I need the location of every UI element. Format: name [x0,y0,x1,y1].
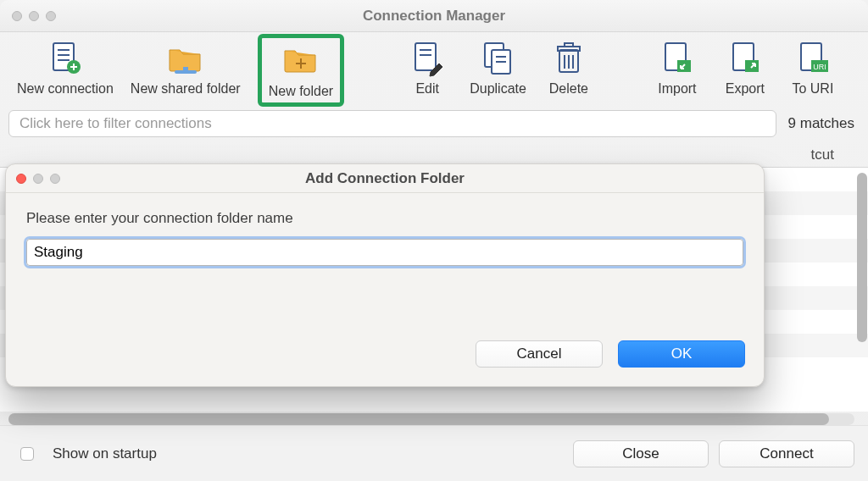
toolbar: New connection New shared folder [0,32,868,110]
document-edit-icon [408,39,447,78]
toolbar-label: New folder [269,84,333,99]
new-folder-button[interactable]: New folder [258,34,344,107]
button-label: Cancel [517,346,562,362]
show-on-startup-label: Show on startup [53,445,157,462]
trash-icon [549,39,588,78]
close-window-icon[interactable] [12,11,22,21]
window-controls [0,11,56,21]
zoom-window-icon[interactable] [46,11,56,21]
footer: Show on startup Close Connect [0,425,868,481]
ok-button[interactable]: OK [618,340,745,368]
column-header-shortcut[interactable]: tcut [811,147,834,163]
horizontal-scrollbar[interactable] [8,413,854,425]
toolbar-label: Import [658,81,696,97]
vertical-scrollbar[interactable] [857,173,867,342]
toolbar-label: Edit [415,81,439,97]
svg-rect-20 [565,43,573,47]
new-shared-folder-button[interactable]: New shared folder [131,39,241,107]
show-on-startup-checkbox[interactable] [20,447,34,461]
cancel-button[interactable]: Cancel [476,340,603,368]
import-button[interactable]: Import [652,39,703,97]
add-folder-dialog: Add Connection Folder Please enter your … [5,163,765,387]
scrollbar-thumb[interactable] [8,413,829,425]
dialog-title: Add Connection Folder [6,170,764,187]
toolbar-label: New connection [17,81,114,97]
connect-button[interactable]: Connect [719,440,854,467]
filter-input[interactable] [8,110,776,137]
connection-manager-window: Connection Manager New connection [0,0,868,481]
dialog-footer: Cancel OK [6,329,764,386]
export-icon [726,39,765,78]
toolbar-label: Duplicate [470,81,526,97]
window-title: Connection Manager [0,8,868,25]
toolbar-label: Delete [549,81,588,97]
minimize-window-icon[interactable] [29,11,39,21]
delete-button[interactable]: Delete [543,39,594,97]
toolbar-label: New shared folder [131,81,241,97]
uri-icon: URI [793,39,832,78]
svg-rect-8 [183,67,188,72]
toolbar-label: Export [726,81,765,97]
export-button[interactable]: Export [720,39,771,97]
shared-folder-icon [166,39,205,78]
new-connection-button[interactable]: New connection [17,39,114,107]
button-label: OK [671,346,693,362]
to-uri-button[interactable]: URI To URI [787,39,838,97]
dialog-body: Please enter your connection folder name [6,193,764,329]
svg-text:URI: URI [813,63,826,71]
button-label: Connect [760,445,813,462]
dialog-titlebar: Add Connection Folder [6,164,764,193]
dialog-prompt: Please enter your connection folder name [26,210,743,227]
duplicate-button[interactable]: Duplicate [470,39,526,97]
filter-row: 9 matches [0,110,868,142]
toolbar-label: To URI [792,81,833,97]
titlebar: Connection Manager [0,0,868,32]
duplicate-icon [479,39,518,78]
document-plus-icon [46,39,85,78]
svg-rect-11 [415,43,436,70]
match-count: 9 matches [788,115,854,132]
edit-button[interactable]: Edit [402,39,453,97]
folder-name-input[interactable] [26,239,743,266]
close-button[interactable]: Close [573,440,709,467]
button-label: Close [622,445,659,462]
folder-plus-icon [281,41,320,80]
import-icon [658,39,697,78]
